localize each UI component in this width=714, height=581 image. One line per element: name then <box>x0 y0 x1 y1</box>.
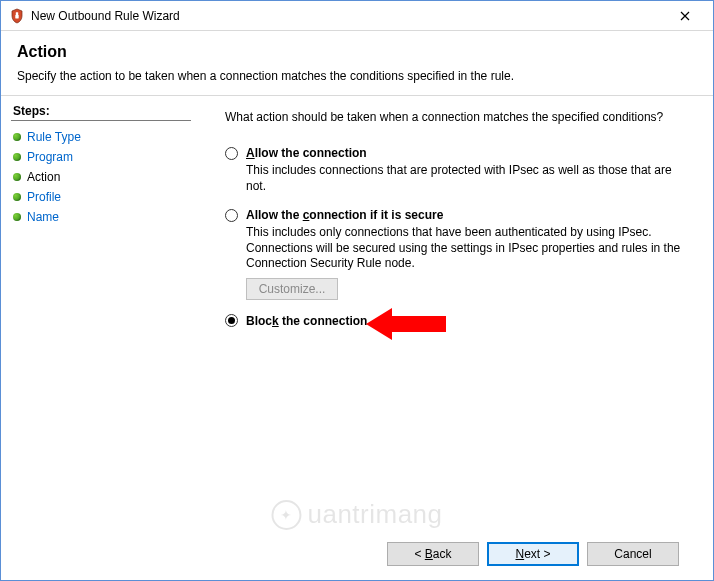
option-block: Block the connection <box>225 314 693 328</box>
step-name[interactable]: Name <box>11 207 199 227</box>
titlebar: New Outbound Rule Wizard <box>1 1 713 31</box>
options-container: Allow the connectionThis includes connec… <box>225 146 693 342</box>
page-heading: Action <box>17 43 697 61</box>
option-row-allow-secure[interactable]: Allow the connection if it is secure <box>225 208 693 222</box>
steps-underline <box>11 120 191 121</box>
step-bullet-icon <box>13 153 21 161</box>
step-label: Rule Type <box>27 130 81 144</box>
option-desc-allow: This includes connections that are prote… <box>225 163 693 194</box>
body-area: Steps: Rule TypeProgramActionProfileName… <box>1 96 713 580</box>
option-row-block[interactable]: Block the connection <box>225 314 693 328</box>
radio-block[interactable] <box>225 314 238 327</box>
next-post: ext > <box>524 547 550 561</box>
step-rule-type[interactable]: Rule Type <box>11 127 199 147</box>
option-desc-allow-secure: This includes only connections that have… <box>225 225 693 272</box>
header-area: Action Specify the action to be taken wh… <box>1 31 713 95</box>
option-row-allow[interactable]: Allow the connection <box>225 146 693 160</box>
option-label-allow: Allow the connection <box>246 146 367 160</box>
steps-list: Rule TypeProgramActionProfileName <box>11 127 199 227</box>
svg-rect-0 <box>16 12 18 15</box>
option-label-block: Block the connection <box>246 314 367 328</box>
svg-rect-1 <box>15 15 18 18</box>
step-action[interactable]: Action <box>11 167 199 187</box>
back-post: ack <box>433 547 452 561</box>
steps-panel: Steps: Rule TypeProgramActionProfileName <box>1 96 199 580</box>
main-panel: What action should be taken when a conne… <box>199 96 713 580</box>
radio-allow-secure[interactable] <box>225 209 238 222</box>
wizard-window: New Outbound Rule Wizard Action Specify … <box>0 0 714 581</box>
step-bullet-icon <box>13 193 21 201</box>
option-label-allow-secure: Allow the connection if it is secure <box>246 208 443 222</box>
action-prompt: What action should be taken when a conne… <box>225 110 693 124</box>
step-label: Profile <box>27 190 61 204</box>
customize-button: Customize... <box>246 278 338 300</box>
steps-title: Steps: <box>11 104 199 118</box>
back-pre: < <box>414 547 424 561</box>
step-label: Name <box>27 210 59 224</box>
window-title: New Outbound Rule Wizard <box>31 9 665 23</box>
step-program[interactable]: Program <box>11 147 199 167</box>
back-u: B <box>425 547 433 561</box>
step-bullet-icon <box>13 213 21 221</box>
next-button[interactable]: Next > <box>487 542 579 566</box>
step-bullet-icon <box>13 133 21 141</box>
next-u: N <box>515 547 524 561</box>
radio-allow[interactable] <box>225 147 238 160</box>
option-allow-secure: Allow the connection if it is secureThis… <box>225 208 693 300</box>
step-label: Program <box>27 150 73 164</box>
close-button[interactable] <box>665 2 705 30</box>
step-profile[interactable]: Profile <box>11 187 199 207</box>
footer-buttons: < Back Next > Cancel <box>225 532 693 580</box>
step-bullet-icon <box>13 173 21 181</box>
customize-row: Customize... <box>225 278 693 300</box>
option-allow: Allow the connectionThis includes connec… <box>225 146 693 194</box>
step-label: Action <box>27 170 60 184</box>
app-icon <box>9 8 25 24</box>
back-button[interactable]: < Back <box>387 542 479 566</box>
cancel-button[interactable]: Cancel <box>587 542 679 566</box>
page-subtitle: Specify the action to be taken when a co… <box>17 69 697 83</box>
